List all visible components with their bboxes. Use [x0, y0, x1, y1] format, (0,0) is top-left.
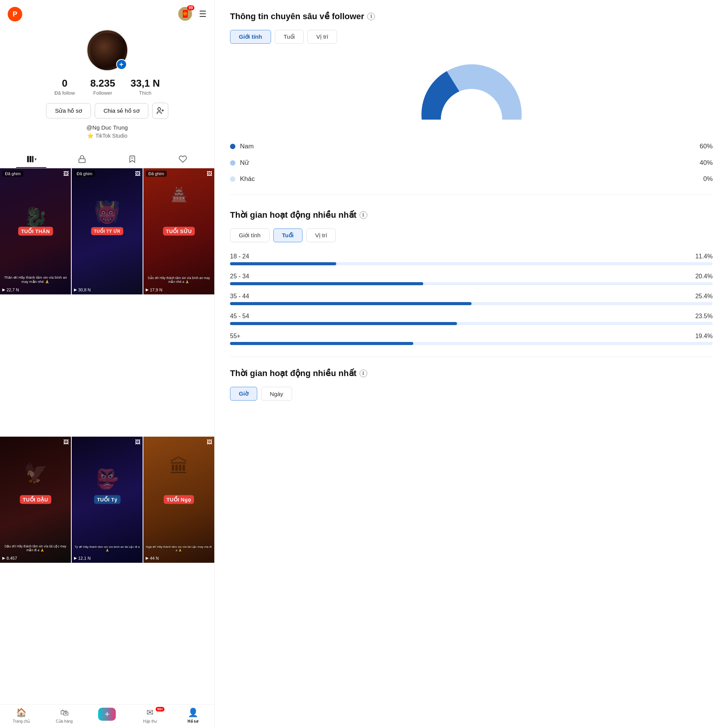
female-dot: [230, 160, 235, 166]
video-cell-1[interactable]: Đã ghim 🖼 🐉 TUỔI THÂN Thân ơi! Hãy thành…: [0, 168, 71, 294]
nav-home[interactable]: 🏠 Trang chủ: [0, 708, 43, 723]
male-pct: 60%: [700, 143, 713, 150]
active-time-title-2: Thời gian hoạt động nhiều nhất ℹ: [230, 368, 713, 378]
nav-inbox[interactable]: ✉ 99+ Hộp thư: [128, 708, 171, 723]
tab-liked[interactable]: [158, 150, 208, 168]
svg-rect-3: [27, 156, 29, 163]
video-type-icon-1: 🖼: [63, 171, 69, 177]
age-row-25-34: 25 - 34 20.4%: [230, 273, 713, 285]
follow-count: 0: [62, 77, 67, 89]
video-title-6: TUỔI Ngọ: [164, 495, 194, 504]
video-subtitle-6: Ngọ ơi! Hãy thành tâm xin vía tài Lộc ma…: [145, 545, 213, 552]
video-cell-5[interactable]: 🖼 👺 TUỔI Tý Tý ơi! Hãy thành tâm xin vía…: [72, 437, 143, 563]
video-subtitle-1: Thân ơi! Hãy thành tâm xin vía bình an m…: [2, 275, 69, 284]
notification-button[interactable]: 🧧 99: [178, 7, 193, 21]
video-subtitle-3: Sửu ơi! Hãy thành tâm xin vía bình an ma…: [145, 276, 213, 284]
nav-shop[interactable]: 🛍 Cửa hàng: [43, 708, 86, 723]
follower-insights-section: Thông tin chuyên sâu về follower ℹ Giới …: [230, 12, 713, 195]
time-tab-hour[interactable]: Giờ: [230, 387, 257, 401]
follower-insights-title: Thông tin chuyên sâu về follower ℹ: [230, 12, 713, 21]
video-views-1: ▶22,7 N: [2, 288, 19, 292]
active-filter-age[interactable]: Tuổi: [273, 228, 302, 242]
app-header: P 🧧 99 ☰: [0, 0, 214, 25]
video-cell-2[interactable]: Đã ghim 🖼 👹 TUỔI TÝ ƯR ▶30,8 N: [72, 168, 143, 294]
video-cell-4[interactable]: 🖼 🦅 TUỔI DẬU Dậu ơi! Hãy thành tâm xin v…: [0, 437, 71, 563]
age-bar-fill-25-34: [230, 282, 423, 285]
svg-rect-5: [32, 156, 33, 163]
age-row-55plus: 55+ 19.4%: [230, 333, 713, 345]
nav-inbox-label: Hộp thư: [143, 719, 157, 723]
tab-videos[interactable]: ▾: [6, 150, 57, 168]
info-icon-3[interactable]: ℹ: [360, 370, 367, 377]
video-type-icon-5: 🖼: [135, 439, 140, 445]
age-row-45-54: 45 - 54 23.5%: [230, 313, 713, 325]
video-views-5: ▶12,1 N: [74, 556, 90, 560]
age-pct-35-44: 25.4%: [695, 293, 713, 300]
female-pct: 40%: [700, 159, 713, 167]
username: @Ng Duc Trung: [87, 124, 128, 131]
content-tab-bar: ▾: [0, 150, 214, 168]
time-tab-day[interactable]: Ngày: [261, 387, 292, 401]
filter-tab-age[interactable]: Tuổi: [275, 30, 304, 44]
age-pct-55plus: 19.4%: [695, 333, 713, 340]
age-bar-fill-55plus: [230, 342, 413, 345]
video-type-icon-3: 🖼: [207, 171, 212, 177]
male-label: Nam: [240, 143, 695, 150]
active-filter-location[interactable]: Vị trí: [306, 228, 336, 242]
stat-likes: 33,1 N Thích: [130, 77, 160, 96]
profile-section: + 0 Đã follow 8.235 Follower 33,1 N Thíc…: [0, 25, 214, 145]
action-buttons: Sửa hồ sơ Chia sẻ hồ sơ: [46, 103, 168, 119]
age-bar-fill-35-44: [230, 302, 472, 305]
other-dot: [230, 176, 235, 182]
nav-profile[interactable]: 👤 Hồ sơ: [171, 708, 214, 723]
other-label: Khác: [240, 175, 698, 183]
gender-row-female: Nữ 40%: [230, 159, 713, 167]
header-right: 🧧 99 ☰: [178, 7, 207, 21]
tab-saved[interactable]: [107, 150, 158, 168]
age-pct-45-54: 23.5%: [695, 313, 713, 320]
notification-badge: 99: [187, 5, 194, 10]
svg-point-0: [158, 108, 160, 110]
pinned-badge-1: Đã ghim: [2, 171, 23, 177]
add-content-button[interactable]: +: [116, 59, 127, 70]
video-cell-6[interactable]: 🖼 🏛 TUỔI Ngọ Ngọ ơi! Hãy thành tâm xin v…: [143, 437, 214, 563]
age-label-55plus: 55+: [230, 333, 240, 340]
video-cell-3[interactable]: Đã ghim 🖼 🏯 TUỔI SỬU Sửu ơi! Hãy thành t…: [143, 168, 214, 294]
age-pct-25-34: 20.4%: [695, 273, 713, 280]
video-type-icon-4: 🖼: [63, 439, 69, 445]
filter-tab-location[interactable]: Vị trí: [307, 30, 337, 44]
other-pct: 0%: [703, 175, 713, 183]
active-filter-gender[interactable]: Giới tính: [230, 228, 270, 242]
nav-home-label: Trang chủ: [13, 719, 30, 723]
edit-profile-button[interactable]: Sửa hồ sơ: [46, 103, 91, 118]
menu-button[interactable]: ☰: [199, 9, 207, 19]
app-logo: P: [8, 7, 22, 21]
likes-count: 33,1 N: [130, 77, 160, 89]
stats-row: 0 Đã follow 8.235 Follower 33,1 N Thích: [54, 77, 160, 96]
info-icon-1[interactable]: ℹ: [367, 13, 375, 20]
likes-label: Thích: [139, 90, 152, 96]
age-bar-fill-45-54: [230, 322, 457, 325]
age-row-18-24: 18 - 24 11.4%: [230, 253, 713, 265]
share-profile-button[interactable]: Chia sẻ hồ sơ: [95, 103, 148, 118]
stat-follower: 8.235 Follower: [90, 77, 115, 96]
add-friend-button[interactable]: [152, 103, 168, 119]
age-label-45-54: 45 - 54: [230, 313, 249, 320]
right-panel: Thông tin chuyên sâu về follower ℹ Giới …: [215, 0, 728, 728]
tab-private[interactable]: [57, 150, 107, 168]
tiktok-studio[interactable]: ⭐ TikTok Studio: [87, 133, 128, 139]
time-filter-tabs: Giờ Ngày: [230, 387, 713, 401]
left-panel: P 🧧 99 ☰ + 0 Đã follow 8.235 Follower: [0, 0, 215, 728]
video-subtitle-5: Tý ơi! Hãy thành tâm xin vía bình an tài…: [73, 545, 141, 552]
nav-shop-label: Cửa hàng: [56, 719, 73, 723]
video-title-1: TUỔI THÂN: [18, 227, 53, 236]
info-icon-2[interactable]: ℹ: [360, 211, 367, 219]
age-bar-bg-45-54: [230, 322, 713, 325]
follow-label: Đã follow: [54, 90, 75, 96]
filter-tab-gender[interactable]: Giới tính: [230, 30, 271, 44]
nav-create[interactable]: +: [86, 708, 129, 723]
video-views-3: ▶17,9 N: [146, 288, 162, 292]
gender-rows: Nam 60% Nữ 40% Khác 0%: [230, 143, 713, 195]
create-button[interactable]: +: [98, 708, 116, 721]
age-bar-bg-55plus: [230, 342, 713, 345]
